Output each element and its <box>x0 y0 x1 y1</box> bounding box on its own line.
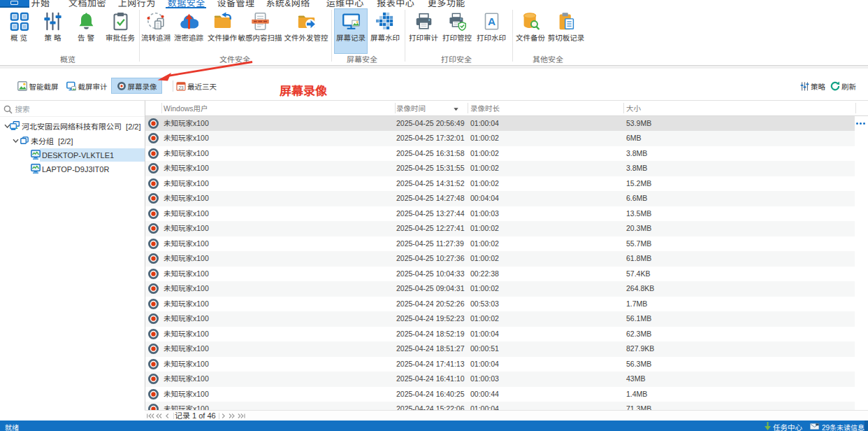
svg-text:A: A <box>487 15 495 27</box>
